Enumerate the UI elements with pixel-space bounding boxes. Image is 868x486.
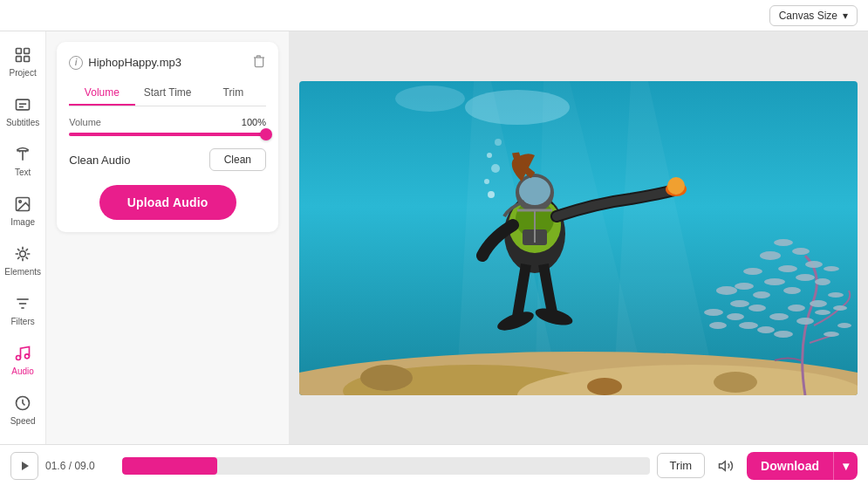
svg-point-78 <box>495 139 502 146</box>
clean-audio-label: Clean Audio <box>69 154 130 167</box>
audio-card: i HiphopHappy.mp3 Volume Start Time Trim <box>57 42 278 232</box>
sidebar-label-audio: Audio <box>11 366 34 376</box>
svg-rect-3 <box>24 57 30 62</box>
svg-point-75 <box>484 179 489 184</box>
svg-point-17 <box>17 356 21 360</box>
svg-point-38 <box>783 287 801 294</box>
filters-icon <box>13 294 32 313</box>
svg-point-48 <box>769 313 789 320</box>
svg-point-47 <box>788 305 805 311</box>
volume-slider[interactable] <box>69 133 266 136</box>
time-total: 09.0 <box>74 460 94 472</box>
sidebar-label-subtitles: Subtitles <box>6 118 39 127</box>
svg-point-62 <box>824 332 839 337</box>
play-button[interactable] <box>10 452 38 480</box>
delete-audio-button[interactable] <box>252 54 266 71</box>
slider-fill <box>69 133 266 136</box>
svg-point-41 <box>753 291 770 298</box>
svg-point-53 <box>704 309 723 316</box>
svg-point-40 <box>743 268 762 275</box>
upload-audio-button[interactable]: Upload Audio <box>99 185 236 220</box>
sidebar-label-elements: Elements <box>4 267 41 277</box>
svg-point-77 <box>487 153 492 158</box>
volume-button[interactable] <box>712 452 740 480</box>
svg-marker-82 <box>720 461 726 470</box>
svg-point-12 <box>19 201 21 203</box>
download-arrow-icon: ▾ <box>833 452 858 480</box>
volume-label: Volume <box>69 117 101 127</box>
download-button[interactable]: Download ▾ <box>747 452 858 480</box>
clean-button[interactable]: Clean <box>209 148 266 171</box>
svg-point-57 <box>774 331 793 338</box>
svg-point-29 <box>360 365 413 391</box>
svg-point-13 <box>20 251 26 257</box>
tab-start-time[interactable]: Start Time <box>135 81 201 106</box>
timeline-progress <box>122 457 217 475</box>
svg-point-36 <box>805 261 823 268</box>
svg-point-24 <box>465 90 570 125</box>
preview-image <box>299 81 858 395</box>
audio-panel: i HiphopHappy.mp3 Volume Start Time Trim <box>46 31 289 444</box>
svg-point-31 <box>587 378 622 395</box>
svg-point-52 <box>727 313 744 320</box>
bottom-bar: 01.6 / 09.0 Trim Download ▾ <box>0 444 868 486</box>
sidebar-item-draw[interactable]: Draw <box>0 436 45 444</box>
svg-point-76 <box>491 164 500 173</box>
sidebar-item-elements[interactable]: Elements <box>0 237 45 284</box>
svg-point-61 <box>837 323 851 328</box>
svg-rect-0 <box>17 49 22 54</box>
svg-rect-2 <box>17 57 22 62</box>
volume-row: Volume 100% <box>69 117 266 127</box>
canvas-size-button[interactable]: Canvas Size ▾ <box>769 5 858 26</box>
svg-point-30 <box>714 372 757 393</box>
audio-tabs: Volume Start Time Trim <box>69 81 266 106</box>
sidebar-item-audio[interactable]: Audio <box>0 337 45 383</box>
sidebar-item-project[interactable]: Project <box>0 38 45 85</box>
svg-point-79 <box>667 177 685 195</box>
svg-point-45 <box>828 292 844 298</box>
svg-point-42 <box>735 283 754 290</box>
info-icon: i <box>69 56 83 70</box>
sidebar-label-image: Image <box>10 217 35 227</box>
sidebar-label-speed: Speed <box>10 416 36 426</box>
svg-point-50 <box>730 300 749 307</box>
sidebar-item-filters[interactable]: Filters <box>0 287 45 333</box>
canvas-size-label: Canvas Size <box>779 10 837 22</box>
sidebar-item-subtitles[interactable]: Subtitles <box>0 88 45 134</box>
download-label: Download <box>747 452 833 480</box>
text-icon <box>13 145 32 164</box>
svg-point-74 <box>488 191 495 198</box>
sidebar-item-text[interactable]: Text <box>0 138 45 184</box>
slider-thumb[interactable] <box>260 128 272 140</box>
svg-point-33 <box>778 265 797 272</box>
time-display: 01.6 / 09.0 <box>45 460 115 472</box>
subtitles-icon <box>13 95 32 114</box>
svg-point-55 <box>739 322 758 329</box>
filename-text: HiphopHappy.mp3 <box>88 56 181 69</box>
sidebar-label-filters: Filters <box>11 317 35 326</box>
svg-point-32 <box>760 251 781 260</box>
svg-rect-1 <box>24 49 30 54</box>
svg-point-58 <box>796 318 814 325</box>
svg-point-34 <box>792 248 810 255</box>
sidebar-item-speed[interactable]: Speed <box>0 387 45 433</box>
svg-point-56 <box>757 326 775 333</box>
timeline[interactable] <box>122 457 650 475</box>
sidebar: Project Subtitles <box>0 31 46 444</box>
svg-point-46 <box>810 300 827 307</box>
svg-point-18 <box>25 354 30 359</box>
svg-point-54 <box>709 322 727 329</box>
svg-point-37 <box>796 274 815 281</box>
sidebar-label-project: Project <box>10 68 37 78</box>
bottom-trim-button[interactable]: Trim <box>657 453 706 478</box>
tab-trim[interactable]: Trim <box>201 81 266 106</box>
slider-track <box>69 133 266 136</box>
svg-point-35 <box>774 239 793 246</box>
svg-point-60 <box>833 305 847 311</box>
svg-point-39 <box>764 278 785 285</box>
svg-point-59 <box>815 310 830 315</box>
sidebar-item-image[interactable]: Image <box>0 188 45 234</box>
elements-icon <box>13 244 32 264</box>
tab-volume[interactable]: Volume <box>69 81 134 106</box>
clean-audio-row: Clean Audio Clean <box>69 148 266 171</box>
